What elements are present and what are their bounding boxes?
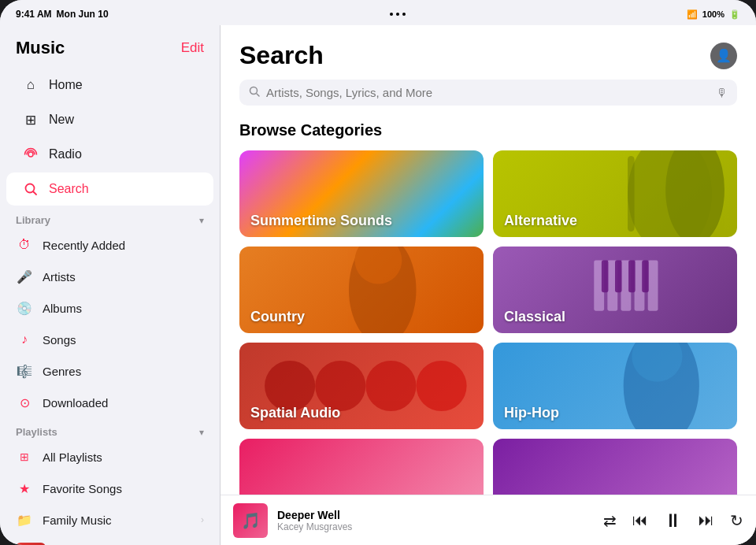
svg-line-2 [34, 192, 37, 195]
svg-point-1 [26, 184, 35, 193]
mic-icon[interactable]: 🎙 [716, 86, 728, 99]
home-icon: ⌂ [22, 76, 39, 94]
category-hiphop[interactable]: Hip-Hop [493, 343, 737, 429]
all-playlists-icon: ⊞ [16, 448, 33, 465]
edit-button[interactable]: Edit [181, 40, 204, 56]
status-center [390, 13, 406, 16]
favorite-songs-label: Favorite Songs [43, 482, 204, 495]
library-section-header[interactable]: Library ▾ [0, 206, 220, 229]
svg-point-20 [315, 361, 365, 411]
hiphop-label: Hip-Hop [504, 405, 559, 421]
battery-label: 100% [702, 9, 724, 19]
songs-label: Songs [43, 333, 204, 347]
search-nav-label: Search [49, 182, 198, 196]
sidebar-item-songs[interactable]: ♪ Songs [0, 324, 220, 355]
svg-line-4 [257, 94, 259, 96]
sidebar-item-downloaded[interactable]: ⊙ Downloaded [0, 387, 220, 418]
favorite-songs-icon: ★ [16, 480, 33, 497]
downloaded-icon: ⊙ [16, 394, 33, 411]
sidebar-item-home[interactable]: ⌂ Home [6, 69, 213, 102]
sidebar-item-albums[interactable]: 💿 Albums [0, 292, 220, 324]
sidebar-item-genres[interactable]: 🎼 Genres [0, 355, 220, 387]
pause-button[interactable]: ⏸ [664, 510, 683, 532]
library-chevron-icon: ▾ [199, 215, 204, 226]
sidebar-item-i-love-rock[interactable]: 🎸 I love Rock! [0, 536, 220, 545]
category-country[interactable]: Country [239, 247, 484, 333]
playlists-section-header[interactable]: Playlists ▾ [0, 418, 220, 441]
all-playlists-label: All Playlists [43, 450, 204, 464]
repeat-button[interactable]: ↻ [730, 511, 743, 530]
now-playing-song: Deeper Well [277, 509, 594, 521]
next-button[interactable]: ⏭ [699, 511, 714, 529]
spatial-label: Spatial Audio [250, 405, 340, 421]
now-playing-thumbnail: 🎵 [233, 503, 268, 538]
now-playing-artist: Kacey Musgraves [277, 521, 594, 532]
artists-label: Artists [43, 270, 204, 284]
sidebar-item-favorite-songs[interactable]: ★ Favorite Songs [0, 473, 220, 504]
family-music-chevron-icon: › [201, 514, 204, 525]
page-title: Search [239, 41, 324, 70]
country-label: Country [250, 309, 305, 325]
device-frame: 9:41 AM Mon Jun 10 📶 100% 🔋 Music Edit ⌂… [0, 0, 756, 545]
library-label: Library [16, 214, 50, 226]
svg-point-6 [665, 150, 724, 237]
svg-rect-17 [628, 261, 636, 293]
alternative-label: Alternative [504, 213, 577, 229]
playlists-label: Playlists [16, 426, 57, 438]
sidebar-title: Music [16, 38, 65, 58]
category-summertime[interactable]: Summertime Sounds [239, 150, 484, 237]
search-bar-icon [249, 86, 260, 99]
sidebar-item-artists[interactable]: 🎤 Artists [0, 261, 220, 292]
sidebar-item-family-music[interactable]: 📁 Family Music › [0, 504, 220, 536]
svg-rect-14 [648, 261, 658, 311]
category-7[interactable] [239, 439, 484, 495]
artists-icon: 🎤 [16, 268, 33, 285]
now-playing-bar: 🎵 Deeper Well Kacey Musgraves ⇄ ⏮ ⏸ ⏭ ↻ [220, 495, 756, 545]
genres-label: Genres [43, 365, 204, 378]
status-date: Mon Jun 10 [57, 9, 109, 20]
albums-icon: 💿 [16, 299, 33, 317]
status-bar: 9:41 AM Mon Jun 10 📶 100% 🔋 [0, 0, 756, 25]
downloaded-label: Downloaded [43, 396, 204, 410]
sidebar-item-radio[interactable]: Radio [6, 138, 213, 171]
search-bar[interactable]: 🎙 [239, 80, 737, 106]
svg-point-21 [365, 361, 416, 411]
sidebar-item-search[interactable]: Search [6, 172, 213, 206]
home-label: Home [49, 78, 198, 92]
page-header: Search 👤 [239, 41, 737, 70]
sidebar: Music Edit ⌂ Home ⊞ New [0, 25, 220, 545]
search-nav-icon [22, 180, 39, 198]
category-8[interactable] [493, 439, 737, 495]
sidebar-item-new[interactable]: ⊞ New [6, 103, 213, 136]
category-alternative[interactable]: Alternative [493, 150, 737, 237]
playlists-chevron-icon: ▾ [199, 427, 204, 438]
playback-controls: ⇄ ⏮ ⏸ ⏭ ↻ [603, 510, 743, 532]
svg-rect-18 [642, 261, 649, 293]
shuffle-button[interactable]: ⇄ [603, 511, 617, 530]
sidebar-item-recently-added[interactable]: ⏱ Recently Added [0, 229, 220, 261]
sidebar-header: Music Edit [0, 25, 220, 68]
status-time: 9:41 AM [16, 9, 52, 20]
category-spatial[interactable]: Spatial Audio [239, 343, 484, 429]
search-input[interactable] [266, 86, 710, 99]
category-classical[interactable]: Classical [493, 247, 737, 333]
dot1 [390, 13, 393, 16]
radio-icon [22, 146, 39, 163]
previous-button[interactable]: ⏮ [632, 511, 648, 529]
summertime-label: Summertime Sounds [250, 213, 392, 229]
app-layout: Music Edit ⌂ Home ⊞ New [0, 25, 756, 545]
avatar-button[interactable]: 👤 [710, 43, 737, 69]
svg-point-3 [250, 87, 258, 95]
svg-point-19 [265, 361, 315, 411]
content-area: Search 👤 🎙 Browse Categories [220, 25, 756, 495]
genres-icon: 🎼 [16, 362, 33, 380]
cat8-bg [493, 439, 737, 495]
songs-icon: ♪ [16, 331, 33, 348]
sidebar-item-all-playlists[interactable]: ⊞ All Playlists [0, 441, 220, 473]
dot3 [402, 13, 406, 16]
new-icon: ⊞ [22, 111, 39, 128]
radio-label: Radio [49, 147, 198, 161]
family-music-label: Family Music [43, 513, 191, 527]
status-indicators: 📶 100% 🔋 [687, 9, 740, 20]
svg-rect-16 [615, 261, 622, 293]
